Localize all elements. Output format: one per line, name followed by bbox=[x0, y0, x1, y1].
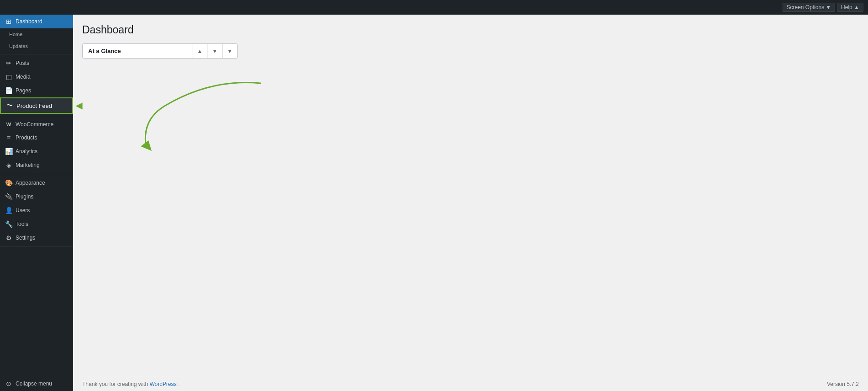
screen-options-arrow: ▼ bbox=[826, 4, 831, 11]
sidebar-item-pages-label: Pages bbox=[16, 87, 31, 94]
sidebar-item-updates-label: Updates bbox=[9, 43, 28, 49]
users-icon: 👤 bbox=[5, 207, 13, 214]
sidebar-item-users[interactable]: 👤 Users bbox=[0, 204, 73, 217]
sidebar-item-updates[interactable]: Updates bbox=[0, 40, 73, 52]
appearance-icon: 🎨 bbox=[5, 179, 13, 187]
sidebar-item-woocommerce[interactable]: W WooCommerce bbox=[0, 118, 73, 131]
sidebar-item-settings[interactable]: ⚙ Settings bbox=[0, 231, 73, 245]
sidebar-item-dashboard-label: Dashboard bbox=[16, 18, 42, 25]
help-button[interactable]: Help ▲ bbox=[837, 3, 863, 12]
admin-bar: Screen Options ▼ Help ▲ bbox=[0, 0, 868, 15]
sidebar-item-product-feed[interactable]: 〜 Product Feed bbox=[0, 97, 73, 114]
sidebar-item-appearance-label: Appearance bbox=[16, 180, 45, 186]
at-a-glance-widget: At a Glance ▲ ▼ ▼ bbox=[82, 43, 238, 59]
sidebar-item-marketing-label: Marketing bbox=[16, 162, 40, 168]
sidebar-item-appearance[interactable]: 🎨 Appearance bbox=[0, 176, 73, 190]
collapse-icon: ⊙ bbox=[5, 380, 13, 387]
widget-controls: ▲ ▼ ▼ bbox=[192, 44, 237, 58]
sidebar-item-marketing[interactable]: ◈ Marketing bbox=[0, 158, 73, 172]
widget-more-button[interactable]: ▼ bbox=[222, 44, 237, 58]
collapse-menu-button[interactable]: ⊙ Collapse menu bbox=[0, 376, 73, 391]
analytics-icon: 📊 bbox=[5, 148, 13, 155]
screen-options-label: Screen Options bbox=[787, 4, 825, 11]
menu-separator-1 bbox=[0, 54, 73, 54]
wp-layout: ⊞ Dashboard Home Updates ✏ Posts ◫ Media… bbox=[0, 15, 868, 391]
menu-separator-3 bbox=[0, 174, 73, 174]
pages-icon: 📄 bbox=[5, 87, 13, 94]
sidebar-item-users-label: Users bbox=[16, 207, 30, 214]
widget-more-icon: ▼ bbox=[227, 48, 233, 54]
main-content: Dashboard At a Glance ▲ ▼ ▼ bbox=[73, 15, 868, 391]
dashboard-icon: ⊞ bbox=[5, 18, 13, 25]
svg-marker-0 bbox=[141, 140, 152, 151]
help-label: Help ▲ bbox=[841, 4, 859, 11]
menu-separator-4 bbox=[0, 246, 73, 247]
posts-icon: ✏ bbox=[5, 59, 13, 67]
annotation-arrow bbox=[73, 70, 279, 175]
sidebar-item-product-feed-label: Product Feed bbox=[16, 102, 52, 109]
product-feed-icon: 〜 bbox=[5, 102, 14, 110]
sidebar-item-tools[interactable]: 🔧 Tools bbox=[0, 217, 73, 231]
sidebar-item-media[interactable]: ◫ Media bbox=[0, 70, 73, 84]
footer-period: . bbox=[178, 381, 180, 387]
sidebar-item-settings-label: Settings bbox=[16, 235, 35, 241]
annotation-svg bbox=[73, 70, 279, 175]
page-title: Dashboard bbox=[82, 24, 859, 36]
sidebar-item-woocommerce-label: WooCommerce bbox=[16, 121, 53, 128]
wordpress-link[interactable]: WordPress bbox=[149, 381, 176, 387]
marketing-icon: ◈ bbox=[5, 161, 13, 169]
tools-icon: 🔧 bbox=[5, 220, 13, 228]
sidebar-item-media-label: Media bbox=[16, 74, 31, 80]
widget-collapse-up-button[interactable]: ▲ bbox=[192, 44, 207, 58]
sidebar-item-dashboard[interactable]: ⊞ Dashboard bbox=[0, 15, 73, 28]
sidebar-item-analytics-label: Analytics bbox=[16, 148, 37, 155]
collapse-up-icon: ▲ bbox=[197, 48, 202, 54]
settings-icon: ⚙ bbox=[5, 234, 13, 241]
collapse-down-icon: ▼ bbox=[212, 48, 217, 54]
wp-footer: Thank you for creating with WordPress . … bbox=[73, 377, 868, 391]
sidebar-item-pages[interactable]: 📄 Pages bbox=[0, 84, 73, 97]
collapse-menu-label: Collapse menu bbox=[16, 380, 52, 387]
sidebar-item-home[interactable]: Home bbox=[0, 28, 73, 40]
sidebar-item-home-label: Home bbox=[9, 32, 22, 37]
footer-left: Thank you for creating with WordPress . bbox=[82, 381, 180, 387]
widget-title: At a Glance bbox=[83, 44, 192, 58]
thank-you-text: Thank you for creating with bbox=[82, 381, 149, 387]
woocommerce-icon: W bbox=[5, 122, 13, 127]
admin-menu: ⊞ Dashboard Home Updates ✏ Posts ◫ Media… bbox=[0, 15, 73, 391]
sidebar-item-plugins-label: Plugins bbox=[16, 193, 33, 200]
sidebar-item-analytics[interactable]: 📊 Analytics bbox=[0, 145, 73, 158]
sidebar-item-products[interactable]: ≡ Products bbox=[0, 131, 73, 145]
sidebar-item-posts[interactable]: ✏ Posts bbox=[0, 56, 73, 70]
products-icon: ≡ bbox=[5, 134, 13, 141]
sidebar-item-posts-label: Posts bbox=[16, 60, 29, 66]
sidebar-item-products-label: Products bbox=[16, 134, 37, 141]
media-icon: ◫ bbox=[5, 73, 13, 80]
screen-options-button[interactable]: Screen Options ▼ bbox=[783, 3, 836, 12]
sidebar-item-product-feed-wrapper: 〜 Product Feed ◀ bbox=[0, 97, 73, 114]
footer-version: Version 5.7.2 bbox=[827, 381, 859, 387]
sidebar-item-plugins[interactable]: 🔌 Plugins bbox=[0, 190, 73, 204]
menu-separator-2 bbox=[0, 116, 73, 116]
plugins-icon: 🔌 bbox=[5, 193, 13, 200]
widget-collapse-down-button[interactable]: ▼ bbox=[207, 44, 222, 58]
sidebar-item-tools-label: Tools bbox=[16, 221, 28, 227]
